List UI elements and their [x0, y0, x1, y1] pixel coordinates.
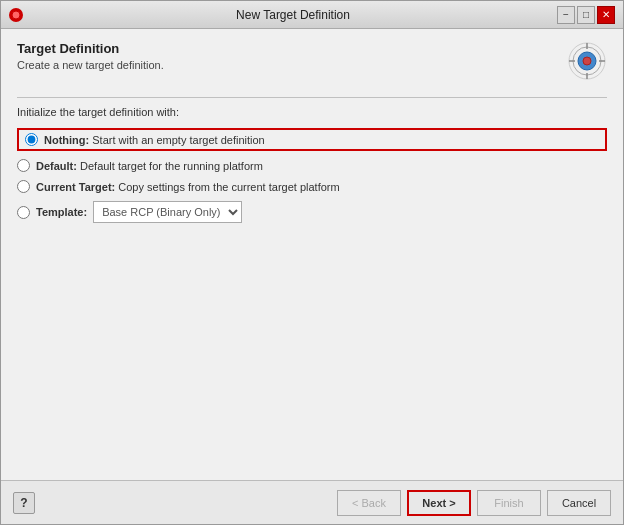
finish-button[interactable]: Finish: [477, 490, 541, 516]
back-button[interactable]: < Back: [337, 490, 401, 516]
window-title: New Target Definition: [29, 8, 557, 22]
radio-nothing-label[interactable]: Nothing: Start with an empty target defi…: [44, 134, 265, 146]
minimize-button[interactable]: −: [557, 6, 575, 24]
radio-nothing[interactable]: [25, 133, 38, 146]
restore-button[interactable]: □: [577, 6, 595, 24]
radio-template-container[interactable]: Template: Base RCP (Binary Only): [17, 201, 607, 223]
radio-nothing-rest: Start with an empty target definition: [92, 134, 264, 146]
radio-current-container[interactable]: Current Target: Copy settings from the c…: [17, 180, 607, 193]
bottom-bar: ? < Back Next > Finish Cancel: [1, 480, 623, 524]
close-button[interactable]: ✕: [597, 6, 615, 24]
radio-nothing-container[interactable]: Nothing: Start with an empty target defi…: [17, 128, 607, 151]
radio-default[interactable]: [17, 159, 30, 172]
radio-default-rest: Default target for the running platform: [80, 160, 263, 172]
divider-top: [17, 97, 607, 98]
radio-nothing-bold: Nothing:: [44, 134, 89, 146]
radio-template-bold: Template:: [36, 206, 87, 218]
window-controls: − □ ✕: [557, 6, 615, 24]
template-dropdown[interactable]: Base RCP (Binary Only): [93, 201, 242, 223]
header-section: Target Definition Create a new target de…: [17, 41, 607, 81]
page-title: Target Definition: [17, 41, 559, 56]
radio-template-label[interactable]: Template:: [36, 206, 87, 218]
content-spacer: [17, 223, 607, 468]
page-subtitle: Create a new target definition.: [17, 59, 559, 71]
radio-template[interactable]: [17, 206, 30, 219]
main-window: New Target Definition − □ ✕ Target Defin…: [0, 0, 624, 525]
section-label: Initialize the target definition with:: [17, 106, 607, 118]
radio-default-container[interactable]: Default: Default target for the running …: [17, 159, 607, 172]
radio-current-rest: Copy settings from the current target pl…: [118, 181, 339, 193]
title-bar: New Target Definition − □ ✕: [1, 1, 623, 29]
cancel-button[interactable]: Cancel: [547, 490, 611, 516]
radio-default-bold: Default:: [36, 160, 77, 172]
content-area: Target Definition Create a new target de…: [1, 29, 623, 480]
header-text: Target Definition Create a new target de…: [17, 41, 559, 71]
header-icon: [567, 41, 607, 81]
svg-point-4: [583, 57, 591, 65]
radio-current-label[interactable]: Current Target: Copy settings from the c…: [36, 181, 340, 193]
radio-current[interactable]: [17, 180, 30, 193]
window-icon: [9, 8, 23, 22]
radio-default-label[interactable]: Default: Default target for the running …: [36, 160, 263, 172]
help-button[interactable]: ?: [13, 492, 35, 514]
svg-point-0: [12, 11, 20, 19]
bottom-left: ?: [13, 492, 337, 514]
radio-current-bold: Current Target:: [36, 181, 115, 193]
bottom-right: < Back Next > Finish Cancel: [337, 490, 611, 516]
radio-group: Nothing: Start with an empty target defi…: [17, 128, 607, 223]
next-button[interactable]: Next >: [407, 490, 471, 516]
